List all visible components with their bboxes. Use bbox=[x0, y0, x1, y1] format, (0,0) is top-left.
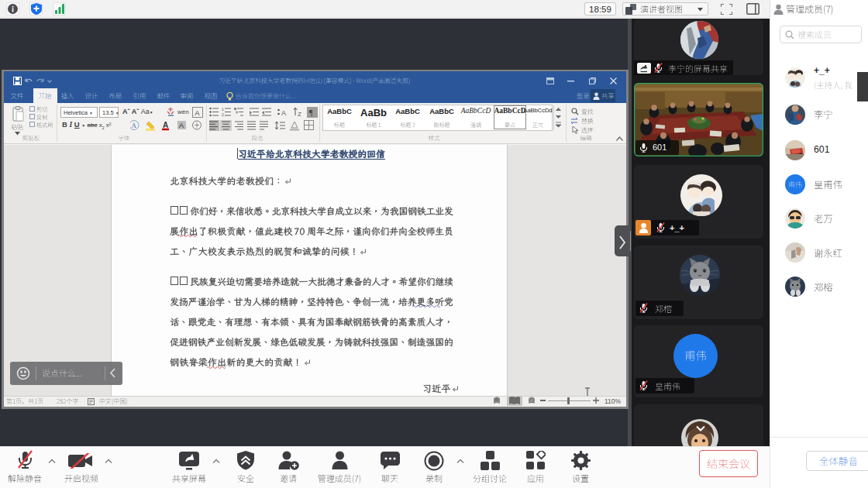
svg-text:A: A bbox=[179, 122, 184, 129]
svg-text:A: A bbox=[281, 109, 286, 117]
svg-text:2: 2 bbox=[222, 112, 224, 117]
svg-text:A: A bbox=[195, 109, 200, 117]
svg-text:A: A bbox=[132, 122, 137, 129]
svg-text:¶: ¶ bbox=[309, 108, 313, 117]
svg-text:wén: wén bbox=[177, 108, 189, 115]
svg-text:Z: Z bbox=[298, 111, 301, 118]
svg-text:A: A bbox=[163, 121, 168, 129]
svg-text:1: 1 bbox=[222, 107, 224, 112]
